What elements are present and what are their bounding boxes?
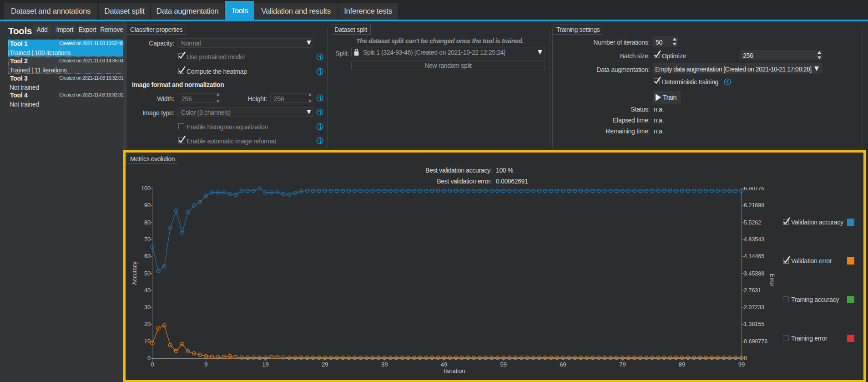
svg-text:80: 80 (144, 219, 151, 226)
svg-text:99: 99 (738, 361, 745, 368)
svg-text:6.21698: 6.21698 (744, 202, 764, 209)
svg-text:30: 30 (144, 304, 151, 311)
svg-text:0.690776: 0.690776 (744, 338, 767, 345)
svg-text:100: 100 (141, 185, 151, 192)
svg-text:20: 20 (144, 321, 151, 327)
svg-text:9: 9 (204, 361, 207, 368)
svg-text:0: 0 (744, 355, 747, 362)
svg-text:0: 0 (151, 361, 154, 368)
svg-text:79: 79 (619, 361, 626, 368)
svg-text:Error: Error (769, 274, 775, 286)
svg-text:10: 10 (144, 338, 151, 345)
svg-text:2.7631: 2.7631 (744, 287, 761, 294)
svg-text:3.45388: 3.45388 (744, 270, 764, 277)
svg-text:90: 90 (144, 202, 151, 209)
svg-text:1.38155: 1.38155 (744, 321, 764, 327)
svg-text:70: 70 (144, 236, 151, 243)
svg-text:50: 50 (144, 270, 151, 277)
svg-text:2.07233: 2.07233 (744, 304, 764, 311)
svg-text:39: 39 (381, 361, 388, 368)
svg-text:59: 59 (500, 361, 507, 368)
svg-text:29: 29 (322, 361, 328, 368)
svg-text:60: 60 (144, 253, 151, 260)
svg-text:89: 89 (679, 361, 685, 368)
svg-text:69: 69 (560, 361, 566, 368)
svg-text:0: 0 (147, 355, 151, 362)
svg-text:5.5262: 5.5262 (744, 219, 761, 226)
svg-text:Accuracy: Accuracy (131, 261, 138, 285)
svg-text:4.83543: 4.83543 (744, 236, 764, 243)
svg-text:4.14465: 4.14465 (744, 253, 764, 260)
svg-text:Iteration: Iteration (444, 367, 465, 374)
svg-text:40: 40 (144, 287, 151, 294)
svg-text:49: 49 (441, 361, 447, 368)
svg-text:19: 19 (262, 361, 268, 368)
